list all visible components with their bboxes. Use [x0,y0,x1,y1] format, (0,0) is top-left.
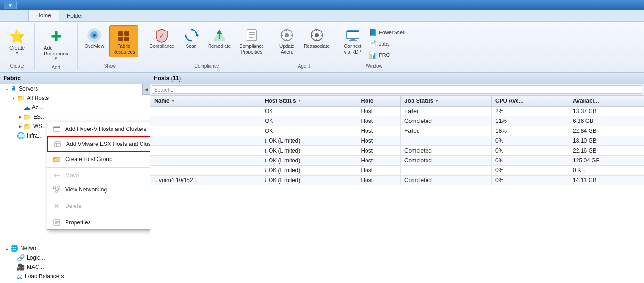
mac-label: MAC... [27,264,44,270]
svg-marker-40 [54,174,60,177]
az-label: Az... [32,104,43,111]
tree-area: ▲ 🖥 Servers ▲ 📁 All Hosts ☁ Az... ▶ 📁 ES… [0,84,150,283]
col-avail-filter[interactable]: Availabl... [573,98,599,104]
reassociate-button[interactable]: Reassociate [300,25,333,52]
col-host-status-filter[interactable]: Host Status ▼ [265,98,302,104]
ribbon-group-agent: UpdateAgent Reassociate Agent [271,23,337,70]
tree-item-load-balancers[interactable]: ⚖ Load Balancers [0,272,150,281]
table-row[interactable]: ...vmm4 10/152... ℹOK (Limited) Host Com… [150,176,644,185]
remediate-icon [212,28,227,43]
context-menu-move: Move [47,168,150,183]
scan-button[interactable]: Scan [180,25,203,52]
ribbon-group-show-label: Show [104,62,116,69]
cell-role-5: Host [357,156,400,166]
properties-icon [52,218,61,227]
tree-item-mac[interactable]: 🎥 MAC... [0,262,150,272]
context-menu: Add Hyper-V Hosts and Clusters Add VMwar… [47,122,150,230]
svg-rect-31 [351,39,355,40]
tree-item-logical[interactable]: 🔗 Logic... [0,253,150,262]
tab-folder[interactable]: Folder [59,10,91,21]
cell-job-1: Completed [400,116,491,126]
col-name-filter[interactable]: Name ▼ [154,98,175,104]
pro-button[interactable]: 📊 PRO [367,50,407,60]
fabric-resources-button[interactable]: FabricResources [109,25,138,57]
context-menu-add-hyperv[interactable]: Add Hyper-V Hosts and Clusters [47,122,150,136]
create-host-group-label: Create Host Group [65,156,112,162]
table-row[interactable]: ℹOK (Limited) Host 0% 0 KB [150,166,644,176]
powershell-button[interactable]: 📘 PowerShell [367,27,407,38]
scan-icon [184,28,199,43]
table-row[interactable]: ℹOK (Limited) Host Completed 0% 22.16 GB [150,146,644,156]
table-row[interactable]: ℹOK (Limited) Host Completed 0% 125.04 G… [150,156,644,166]
context-menu-view-networking[interactable]: View Networking [47,183,150,197]
update-agent-button[interactable]: UpdateAgent [275,25,299,57]
esx-label: ES... [33,114,45,120]
col-job-status[interactable]: Job Status ▼ [400,96,491,107]
svg-rect-41 [53,187,56,189]
compliance-props-button[interactable]: ComplianceProperties [236,25,267,57]
powershell-icon: 📘 [369,29,377,36]
overview-button[interactable]: Overview [82,25,108,52]
title-bar-dropdown[interactable]: ▼ [4,1,17,9]
table-row[interactable]: ℹOK (Limited) Host 0% 18.10 GB [150,136,644,146]
search-input[interactable] [152,85,642,94]
expander-esx: ▶ [17,114,23,120]
cell-job-4: Completed [400,146,491,156]
col-cpu[interactable]: CPU Ave... [491,96,569,107]
create-button[interactable]: ⭐ Create ▼ [4,25,30,58]
pro-label: PRO [379,52,390,58]
cell-role-3: Host [357,136,400,146]
jobs-button[interactable]: 📄 Jobs [367,38,407,49]
tree-item-esx[interactable]: ▶ 📁 ES... [0,112,150,122]
context-menu-properties[interactable]: Properties [47,215,150,229]
ribbon-group-window-label: Window [366,62,382,69]
cell-name-3 [150,136,261,146]
connect-rdp-button[interactable]: Connectvia RDP [341,25,365,57]
col-role[interactable]: Role [357,96,400,107]
remediate-button[interactable]: Remediate [205,25,234,52]
col-cpu-filter[interactable]: CPU Ave... [495,98,524,104]
table-row[interactable]: OK Host Failed 2% 13.37 GB [150,107,644,116]
tree-item-vip-templates[interactable]: 📋 VIP Templates [0,281,150,283]
add-resources-button[interactable]: ✚ AddResources ▼ [38,25,74,64]
svg-rect-30 [347,31,359,32]
status-text-7: OK (Limited) [269,177,300,184]
tab-home[interactable]: Home [28,10,59,21]
col-avail[interactable]: Availabl... [569,96,644,107]
left-panel-header: Fabric [0,73,150,84]
reassociate-label: Reassociate [304,44,329,49]
update-agent-label: UpdateAgent [279,44,294,55]
ribbon-group-compliance: ✓ Compliance Scan [142,23,271,70]
overview-label: Overview [85,44,105,49]
collapse-panel-button[interactable]: ◄ [142,84,150,95]
scan-label: Scan [186,44,196,49]
delete-label: Delete [65,203,82,209]
tree-item-network[interactable]: ▲ 🌐 Netwo... [0,244,150,253]
ribbon-group-add: ✚ AddResources ▼ Add [35,23,78,70]
col-name[interactable]: Name ▼ [150,96,261,107]
status-info-icon-7: ℹ [265,178,267,183]
hosts-table: Name ▼ Host Status ▼ Role [150,95,644,185]
table-row[interactable]: OK Host Failed 18% 22.84 GB [150,126,644,136]
col-host-status[interactable]: Host Status ▼ [261,96,357,107]
cell-name-5 [150,156,261,166]
compliance-button[interactable]: ✓ Compliance [146,25,178,52]
table-row[interactable]: OK Host Completed 11% 6.36 GB [150,116,644,126]
cell-cpu-3: 0% [491,136,569,146]
expander-all-hosts: ▲ [10,95,17,101]
context-menu-create-host-group[interactable]: Create Host Group [47,152,150,166]
compliance-props-icon [244,28,259,43]
tree-lower: ▲ 🌐 Netwo... 🔗 Logic... 🎥 MAC... ⚖ [0,244,150,283]
svg-rect-42 [55,191,58,192]
col-role-filter[interactable]: Role [361,98,373,104]
status-text-4: OK (Limited) [269,147,300,154]
tree-item-az[interactable]: ☁ Az... [0,103,150,112]
update-agent-icon [279,28,294,43]
status-info-icon-5: ℹ [265,158,267,163]
tree-item-all-hosts[interactable]: ▲ 📁 All Hosts [0,93,150,103]
tree-item-servers[interactable]: ▲ 🖥 Servers [0,84,150,93]
context-menu-add-vmware[interactable]: Add VMware ESX Hosts and Clusters [47,136,150,152]
col-job-status-filter[interactable]: Job Status ▼ [404,98,439,104]
context-menu-delete: ✖ Delete [47,199,150,213]
cell-job-0: Failed [400,107,491,116]
